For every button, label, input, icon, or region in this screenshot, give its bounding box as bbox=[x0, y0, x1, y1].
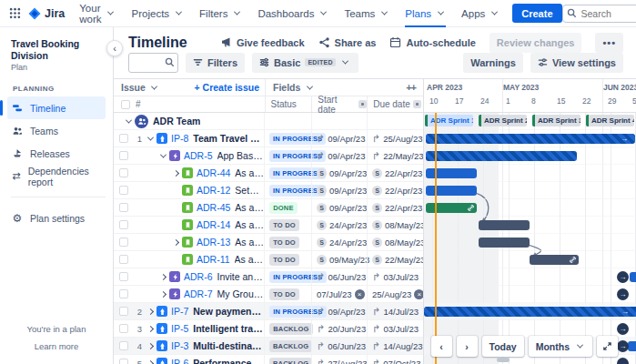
app-switcher-icon[interactable] bbox=[9, 7, 21, 19]
row-checkbox[interactable] bbox=[119, 203, 128, 212]
due-date-cell[interactable]: S22/May/23 bbox=[367, 251, 423, 268]
nav-item-projects[interactable]: Projects bbox=[132, 0, 185, 27]
due-date-cell[interactable]: ↱07/Oct/23 bbox=[367, 355, 423, 364]
scroll-left-button[interactable]: ‹ bbox=[431, 336, 452, 357]
start-date-cell[interactable]: S24/Apr/23 bbox=[311, 217, 367, 233]
horizontal-scrollbar[interactable] bbox=[497, 358, 510, 362]
due-date-cell[interactable]: ↱14/Jul/23 bbox=[367, 303, 423, 319]
start-date-cell[interactable]: ↱09/Apr/23 bbox=[311, 130, 367, 147]
column-config-icon[interactable] bbox=[358, 100, 367, 108]
review-changes-button[interactable]: Review changes bbox=[490, 33, 582, 53]
sprint-chip[interactable]: ADR Sprint 2 bbox=[479, 115, 527, 126]
expander-chevron-down-icon[interactable] bbox=[379, 11, 389, 15]
auto-schedule-button[interactable]: Auto-schedule bbox=[389, 36, 475, 48]
offscreen-bar-indicator-icon[interactable]: → bbox=[617, 340, 629, 352]
offscreen-bar-indicator-icon[interactable]: → bbox=[617, 358, 629, 364]
clear-date-icon[interactable]: × bbox=[355, 289, 365, 299]
gantt-bar[interactable] bbox=[426, 151, 577, 161]
row-checkbox[interactable] bbox=[119, 359, 128, 364]
sprint-chip[interactable]: ADR Sprint 4 bbox=[586, 115, 634, 126]
offscreen-bar-indicator-icon[interactable]: → bbox=[617, 271, 629, 283]
status-cell[interactable]: IN PROGRESS bbox=[264, 303, 311, 319]
issue-row[interactable]: 3IP-5Intelligent travel suggestionsBACKL… bbox=[114, 320, 423, 338]
due-date-cell[interactable]: 25/Aug/23× bbox=[367, 286, 423, 302]
start-date-cell[interactable]: ↱09/Apr/23 bbox=[311, 303, 367, 319]
nav-item-plans[interactable]: Plans bbox=[405, 0, 446, 27]
row-checkbox[interactable] bbox=[119, 220, 128, 229]
gantt-bar[interactable] bbox=[479, 238, 530, 248]
due-date-cell[interactable]: S22/Apr/23 bbox=[367, 165, 423, 181]
clear-date-icon[interactable]: × bbox=[414, 289, 423, 299]
issue-key[interactable]: ADR-45 bbox=[197, 202, 230, 213]
row-checkbox[interactable] bbox=[119, 289, 128, 298]
issue-key[interactable]: IP-7 bbox=[171, 306, 188, 317]
due-date-cell[interactable]: ↱03/Jul/23 bbox=[367, 320, 423, 337]
issue-key[interactable]: IP-8 bbox=[171, 133, 188, 144]
expander-chevron-right-icon[interactable] bbox=[145, 361, 156, 364]
status-cell[interactable]: DONE bbox=[264, 199, 311, 216]
issue-row[interactable]: ADR-14As a user I can cre...TO DOS24/Apr… bbox=[114, 217, 423, 234]
issue-row[interactable]: ADR-44As a user I can up...IN PROGRESSS0… bbox=[114, 165, 423, 182]
gantt-bar[interactable] bbox=[426, 168, 477, 178]
issue-key[interactable]: ADR-44 bbox=[197, 167, 230, 178]
issue-key[interactable]: IP-6 bbox=[171, 358, 188, 364]
start-date-cell[interactable]: ↱09/Apr/23 bbox=[311, 147, 367, 164]
due-date-column-header[interactable]: Due date bbox=[373, 99, 410, 109]
due-date-cell[interactable] bbox=[367, 113, 423, 129]
status-cell[interactable]: IN PROGRESS bbox=[264, 147, 311, 164]
start-date-cell[interactable] bbox=[311, 113, 367, 129]
nav-item-dashboards[interactable]: Dashboards bbox=[257, 0, 328, 27]
gantt-bar[interactable] bbox=[479, 220, 530, 230]
issue-column-header[interactable]: Issue bbox=[121, 82, 146, 93]
issue-row[interactable]: 1IP-8Team Travel Mobile AppsIN PROGRESS↱… bbox=[114, 130, 423, 147]
status-cell[interactable]: IN PROGRESS bbox=[264, 182, 311, 198]
gantt-bar[interactable] bbox=[530, 255, 579, 265]
status-cell[interactable]: BACKLOG bbox=[264, 338, 311, 354]
due-date-cell[interactable]: S08/May/23 bbox=[367, 217, 423, 233]
status-cell[interactable]: TO DO bbox=[264, 217, 311, 233]
sidebar-item-releases[interactable]: Releases bbox=[7, 142, 106, 165]
expander-chevron-down-icon[interactable] bbox=[435, 11, 446, 15]
sprint-chip[interactable]: ADR Sprint 3 bbox=[532, 115, 580, 126]
issue-row[interactable]: ADR-6Invite and shareIN PROGRESS↱06/Jun/… bbox=[114, 268, 423, 286]
due-date-cell[interactable]: ↱22/May/23 bbox=[367, 147, 423, 164]
sidebar-collapse-button[interactable]: ‹ bbox=[106, 40, 123, 56]
issue-key[interactable]: ADR-5 bbox=[184, 150, 213, 161]
gantt-bar[interactable] bbox=[426, 186, 477, 196]
issue-row[interactable]: 5IP-6Performance level-upBACKLOG↱27/Aug/… bbox=[114, 355, 423, 364]
expander-chevron-right-icon[interactable] bbox=[157, 275, 168, 279]
gantt-bar[interactable] bbox=[628, 341, 636, 351]
start-date-cell[interactable]: S09/Apr/23 bbox=[311, 165, 367, 181]
fullscreen-button[interactable] bbox=[597, 336, 618, 357]
due-date-cell[interactable]: ↱03/Jul/23 bbox=[367, 268, 423, 285]
issue-row[interactable]: ADR-12Setup dev and and ...IN PROGRESSS0… bbox=[114, 182, 423, 199]
row-checkbox[interactable] bbox=[119, 134, 128, 143]
issue-key[interactable]: ADR-13 bbox=[197, 237, 230, 248]
dependency-link-icon[interactable] bbox=[569, 256, 577, 264]
give-feedback-button[interactable]: Give feedback bbox=[220, 36, 305, 48]
row-checkbox[interactable] bbox=[119, 238, 128, 247]
due-date-cell[interactable]: ↱25/Aug/23 bbox=[367, 130, 423, 147]
learn-more-link[interactable]: Learn more bbox=[0, 341, 113, 351]
status-cell[interactable]: BACKLOG bbox=[264, 355, 311, 364]
status-cell[interactable]: TO DO bbox=[264, 234, 311, 250]
issue-key[interactable]: ADR-6 bbox=[184, 271, 213, 282]
issue-row[interactable]: ADR-13As a user I can log i...TO DOS24/A… bbox=[114, 234, 423, 251]
expander-chevron-right-icon[interactable] bbox=[170, 240, 181, 245]
fields-menu[interactable]: Fields bbox=[273, 82, 300, 93]
expander-chevron-down-icon[interactable] bbox=[489, 11, 500, 15]
zoom-level-select[interactable]: Months bbox=[529, 336, 592, 357]
sidebar-item-timeline[interactable]: Timeline bbox=[7, 96, 106, 119]
view-mode-button[interactable]: Basic EDITED bbox=[252, 53, 358, 73]
start-date-cell[interactable]: 07/Jul/23× bbox=[311, 286, 367, 302]
expander-chevron-down-icon[interactable] bbox=[173, 11, 184, 15]
expander-chevron-right-icon[interactable] bbox=[145, 344, 156, 349]
offscreen-bar-indicator-icon[interactable]: → bbox=[617, 288, 629, 300]
expander-chevron-down-icon[interactable] bbox=[123, 119, 134, 124]
nav-item-apps[interactable]: Apps bbox=[461, 0, 500, 27]
view-settings-button[interactable]: View settings bbox=[530, 53, 623, 73]
today-button[interactable]: Today bbox=[482, 336, 524, 357]
row-checkbox[interactable] bbox=[119, 168, 128, 177]
status-cell[interactable]: IN PROGRESS bbox=[264, 165, 311, 181]
nav-item-filters[interactable]: Filters bbox=[199, 0, 242, 27]
